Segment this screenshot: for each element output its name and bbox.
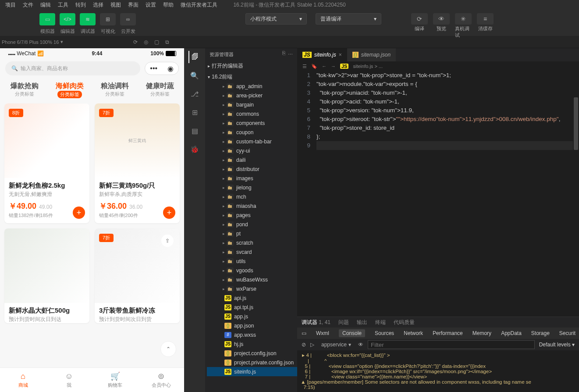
more-icon[interactable]: ⋯ bbox=[288, 52, 293, 57]
refresh-icon[interactable]: ⟳ bbox=[133, 39, 138, 45]
menu-item[interactable]: 微信开发者工具 bbox=[177, 2, 221, 8]
tree-node[interactable]: pt bbox=[207, 229, 297, 238]
tree-node[interactable]: area-picker bbox=[207, 91, 297, 100]
tree-node[interactable]: #app.wxss bbox=[207, 330, 297, 339]
tree-node[interactable]: daili bbox=[207, 155, 297, 164]
device-info[interactable]: Phone 6/7/8 Plus 100% 16 ▾ bbox=[0, 39, 63, 45]
tree-node[interactable]: {}project.config.json bbox=[207, 349, 297, 358]
breadcrumb-path[interactable]: siteinfo.js > ... bbox=[353, 64, 383, 69]
toolbar-action[interactable]: ✳真机调试 bbox=[455, 13, 472, 39]
tree-node[interactable]: bargain bbox=[207, 100, 297, 109]
tree-node[interactable]: JShj.js bbox=[207, 339, 297, 349]
tree-node[interactable]: cyy-ui bbox=[207, 146, 297, 155]
tree-node[interactable]: distributor bbox=[207, 164, 297, 174]
console-toggle-icon[interactable]: ⊘ bbox=[302, 342, 306, 348]
terminal-icon[interactable]: ▤ bbox=[188, 125, 201, 137]
editor-tab[interactable]: JSsiteinfo.js× bbox=[297, 48, 347, 61]
toggle-sidebar-icon[interactable]: ☰ bbox=[302, 64, 307, 69]
context-select[interactable]: appservice ▾ bbox=[319, 341, 354, 349]
tabbar-item[interactable]: 🛒购物车 bbox=[92, 368, 138, 392]
debug-icon[interactable]: 🐞 bbox=[188, 143, 201, 155]
tree-node[interactable]: app_admin bbox=[207, 82, 297, 91]
product-card[interactable]: 7折 鲜三黄鸡 新鲜三黄鸡950g/只 新鲜宰杀,肉质厚实 ￥36.0036.0… bbox=[95, 103, 180, 223]
tabbar-item[interactable]: ⌂商城 bbox=[0, 368, 46, 392]
editor-toggle[interactable]: </> bbox=[60, 13, 75, 25]
mode-select[interactable]: 小程序模式▾ bbox=[245, 13, 307, 25]
scroll-top-button[interactable]: ⌃ bbox=[160, 341, 176, 357]
tree-node[interactable]: components bbox=[207, 118, 297, 128]
devtools-tab[interactable]: 终端 bbox=[375, 319, 386, 326]
devtools-subtab[interactable]: Storage bbox=[531, 330, 550, 336]
close-icon[interactable]: × bbox=[339, 52, 342, 58]
forward-icon[interactable]: → bbox=[331, 64, 336, 69]
devtools-tab[interactable]: 输出 bbox=[357, 319, 367, 326]
devtools-tab[interactable]: 问题 bbox=[338, 319, 349, 326]
category-tab[interactable]: 海鲜肉类分类标签 bbox=[56, 82, 84, 98]
category-tab[interactable]: 健康时蔬分类标签 bbox=[146, 82, 174, 98]
tree-node[interactable]: coupon bbox=[207, 128, 297, 137]
tree-node[interactable]: wxParse bbox=[207, 284, 297, 293]
menu-item[interactable]: 项目 bbox=[2, 2, 19, 8]
menu-item[interactable]: 界面 bbox=[124, 2, 142, 8]
record-icon[interactable]: ◎ bbox=[144, 39, 148, 45]
toolbar-action[interactable]: ⟳编译 bbox=[411, 13, 428, 39]
tree-node[interactable]: vgoods bbox=[207, 266, 297, 275]
tree-node[interactable]: miaosha bbox=[207, 201, 297, 210]
project-root-section[interactable]: 16.2前端 bbox=[205, 72, 297, 82]
devtools-tab[interactable]: 代码质量 bbox=[394, 319, 415, 326]
add-to-cart-button[interactable]: + bbox=[163, 207, 175, 219]
capsule-button[interactable]: •••◉ bbox=[145, 62, 179, 75]
product-card[interactable]: 8折 新鲜龙利鱼柳2.5kg 无刺无骨,鲜嫩爽滑 ￥49.0049.00销量13… bbox=[4, 103, 89, 223]
menu-item[interactable]: 编辑 bbox=[37, 2, 54, 8]
compile-select[interactable]: 普通编译▾ bbox=[316, 13, 381, 25]
tree-node[interactable]: JSapi.tpl.js bbox=[207, 303, 297, 312]
git-icon[interactable]: ⎇ bbox=[188, 88, 201, 100]
devtools-subtab[interactable]: Wxml bbox=[316, 330, 329, 336]
back-icon[interactable]: ← bbox=[322, 64, 327, 69]
menu-item[interactable]: 工具 bbox=[54, 2, 72, 8]
tree-node[interactable]: JSapi.js bbox=[207, 293, 297, 303]
devtools-subtab[interactable]: AppData bbox=[501, 330, 522, 336]
visual-toggle[interactable]: ⊞ bbox=[100, 13, 116, 25]
bookmark-icon[interactable]: 🔖 bbox=[311, 64, 317, 69]
search-icon[interactable]: 🔍 bbox=[188, 69, 201, 82]
tree-node[interactable]: utils bbox=[207, 257, 297, 266]
menu-item[interactable]: 帮助 bbox=[160, 2, 177, 8]
product-card[interactable]: 7折 ⇪ 3斤装带鱼新鲜冷冻 预计到货时间次日到货 bbox=[95, 228, 180, 323]
debugger-toggle[interactable]: ≋ bbox=[80, 13, 96, 25]
tree-node[interactable]: JSsiteinfo.js bbox=[207, 367, 297, 376]
clear-console-icon[interactable]: ▷ bbox=[310, 342, 314, 348]
devtools-subtab[interactable]: Securit bbox=[559, 330, 575, 336]
tree-node[interactable]: {}project.private.config.json bbox=[207, 358, 297, 367]
category-tab[interactable]: 粮油调料分类标签 bbox=[101, 82, 129, 98]
tabbar-item[interactable]: ☺我 bbox=[46, 368, 92, 392]
opened-editors-section[interactable]: 打开的编辑器 bbox=[205, 61, 297, 71]
menu-item[interactable]: 文件 bbox=[19, 2, 37, 8]
devtools-subtab[interactable]: Console bbox=[339, 329, 365, 337]
menu-item[interactable]: 选择 bbox=[89, 2, 107, 8]
devtools-subtab[interactable]: Sources bbox=[375, 330, 394, 336]
cloud-dev-toggle[interactable]: ∞ bbox=[120, 13, 136, 25]
tabbar-item[interactable]: ⊚会员中心 bbox=[138, 368, 184, 392]
devtools-tab[interactable]: 调试器 1, 41 bbox=[302, 319, 330, 326]
outline-icon[interactable]: ⊞ bbox=[188, 106, 201, 118]
tree-node[interactable]: svcard bbox=[207, 247, 297, 257]
menu-item[interactable]: 视图 bbox=[107, 2, 124, 8]
tree-node[interactable]: pages bbox=[207, 210, 297, 220]
menu-item[interactable]: 转到 bbox=[72, 2, 89, 8]
devtools-subtab[interactable]: Performance bbox=[433, 330, 463, 336]
devtools-subtab[interactable]: Memory bbox=[472, 330, 491, 336]
eye-icon[interactable]: 👁 bbox=[358, 342, 363, 348]
add-to-cart-button[interactable]: + bbox=[73, 207, 85, 219]
tree-node[interactable]: scratch bbox=[207, 238, 297, 247]
levels-select[interactable]: Default levels ▾ bbox=[539, 342, 575, 348]
editor-tab[interactable]: {}sitemap.json bbox=[347, 48, 396, 61]
category-tab[interactable]: 爆款抢购分类标签 bbox=[11, 82, 39, 98]
split-icon[interactable]: ⧉ bbox=[165, 39, 169, 45]
inspect-icon[interactable]: ▭ bbox=[302, 330, 306, 336]
tree-node[interactable]: pond bbox=[207, 220, 297, 229]
share-icon[interactable]: ⇪ bbox=[161, 235, 174, 247]
search-input[interactable]: 🔍 输入商家、商品名称 bbox=[5, 61, 140, 75]
menu-item[interactable]: 设置 bbox=[142, 2, 160, 8]
tree-node[interactable]: commons bbox=[207, 109, 297, 118]
